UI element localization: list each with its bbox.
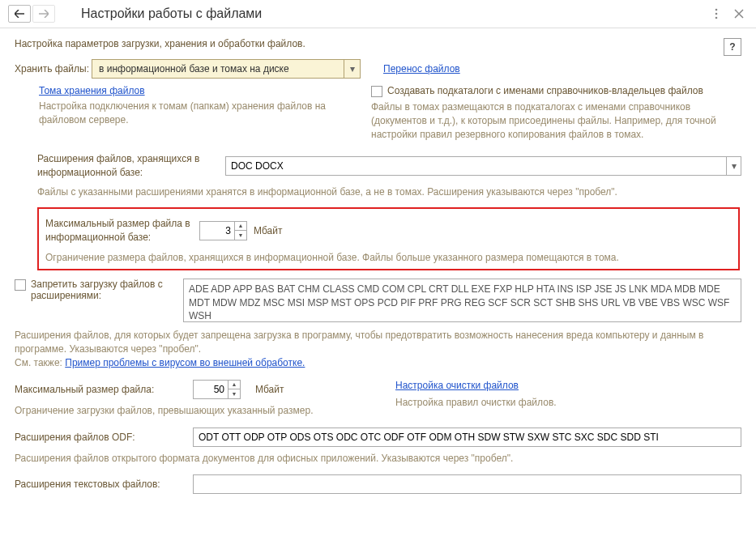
max-ib-unit: Мбайт	[254, 225, 282, 236]
volumes-link[interactable]: Тома хранения файлов	[39, 85, 145, 96]
chevron-down-icon[interactable]: ▾	[344, 60, 360, 78]
odf-label: Расширения файлов ODF:	[15, 432, 185, 443]
ext-ib-hint: Файлы с указанными расширениями хранятся…	[37, 186, 741, 198]
ext-ib-input[interactable]	[226, 157, 726, 175]
text-ext-label: Расширения текстовых файлов:	[15, 479, 185, 490]
odf-input[interactable]	[193, 428, 741, 447]
max-size-spinner[interactable]: ▲ ▼	[193, 380, 241, 399]
volumes-hint: Настройка подключения к томам (папкам) х…	[39, 100, 355, 127]
chevron-down-icon[interactable]: ▾	[726, 157, 741, 175]
forbid-checkbox[interactable]	[15, 279, 26, 291]
max-ib-hint: Ограничение размера файлов, хранящихся в…	[45, 251, 732, 265]
svg-point-0	[715, 9, 718, 11]
page-title: Настройки работы с файлами	[81, 6, 703, 21]
page-subtitle: Настройка параметров загрузки, хранения …	[15, 38, 741, 49]
forbid-see-also: См. также: Пример проблемы с вирусом во …	[15, 356, 741, 370]
more-icon[interactable]	[707, 5, 725, 23]
forbid-input[interactable]: ADE ADP APP BAS BAT CHM CLASS CMD COM CP…	[183, 279, 741, 322]
help-button[interactable]: ?	[724, 38, 741, 56]
forbid-hint: Расширения файлов, для которых будет зап…	[15, 329, 741, 356]
subdirs-checkbox[interactable]	[371, 86, 382, 97]
storage-label: Хранить файлы:	[15, 63, 92, 74]
max-ib-label: Максимальный размер файла в информационн…	[45, 217, 199, 245]
max-size-label: Максимальный размер файла:	[15, 384, 185, 395]
storage-value[interactable]	[92, 60, 344, 78]
spinner-up-icon[interactable]: ▲	[229, 381, 240, 389]
max-size-unit: Мбайт	[255, 384, 284, 395]
ext-ib-label: Расширения файлов, хранящихся в информац…	[37, 152, 225, 180]
max-ib-spinner[interactable]: ▲ ▼	[199, 221, 247, 240]
forward-button[interactable]	[32, 5, 55, 23]
forbid-label: Запретить загрузку файлов с расширениями…	[31, 279, 177, 301]
highlighted-section: Максимальный размер файла в информационн…	[37, 207, 740, 270]
close-icon[interactable]	[730, 5, 748, 23]
storage-select[interactable]: ▾	[92, 59, 361, 79]
spinner-down-icon[interactable]: ▼	[229, 389, 240, 398]
back-button[interactable]	[8, 5, 31, 23]
odf-hint: Расширения файлов открытого формата доку…	[15, 452, 741, 466]
subdirs-hint: Файлы в томах размещаются в подкаталогах…	[371, 100, 741, 141]
transfer-files-link[interactable]: Перенос файлов	[383, 63, 460, 74]
text-ext-input[interactable]	[193, 474, 741, 494]
cleanup-link[interactable]: Настройка очистки файлов	[395, 380, 519, 391]
spinner-down-icon[interactable]: ▼	[235, 231, 246, 240]
spinner-up-icon[interactable]: ▲	[235, 222, 246, 231]
ext-ib-input-wrap: ▾	[225, 156, 741, 176]
virus-example-link[interactable]: Пример проблемы с вирусом во внешней обр…	[65, 357, 305, 368]
svg-point-1	[715, 13, 718, 15]
max-ib-value[interactable]	[200, 222, 234, 240]
max-size-value[interactable]	[194, 381, 228, 398]
max-size-hint: Ограничение загрузки файлов, превышающих…	[15, 404, 379, 418]
svg-point-2	[715, 17, 718, 19]
subdirs-label: Создавать подкаталоги с именами справочн…	[387, 85, 703, 96]
cleanup-hint: Настройка правил очистки файлов.	[395, 396, 741, 410]
